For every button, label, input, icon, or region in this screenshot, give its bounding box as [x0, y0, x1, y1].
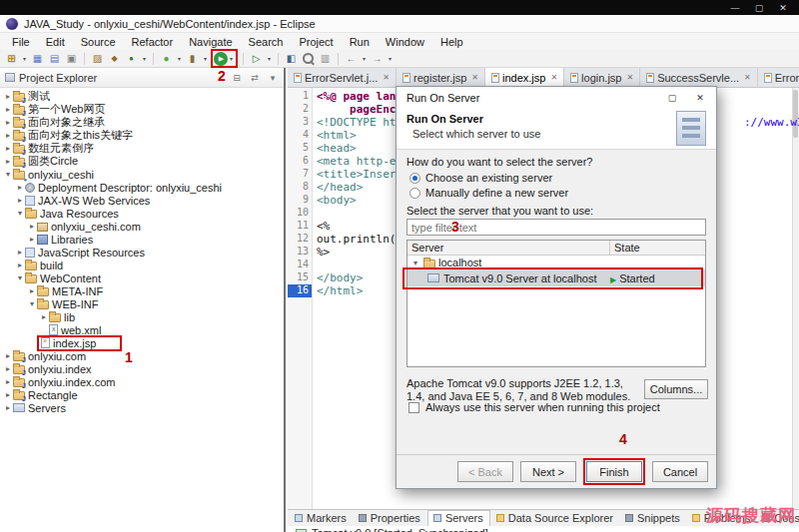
- menu-file[interactable]: File: [4, 35, 38, 49]
- expand-arrow-icon[interactable]: [3, 105, 13, 114]
- close-tab-icon[interactable]: [550, 73, 557, 82]
- new-wizard-icon[interactable]: [4, 51, 19, 66]
- external-tools-icon[interactable]: [249, 51, 264, 66]
- tree-item-onlyxiu-index-com[interactable]: onlyxiu.index.com: [0, 375, 284, 388]
- tab-register-jsp[interactable]: register.jsp: [397, 68, 485, 87]
- radio-unselected-icon[interactable]: [409, 188, 420, 199]
- expand-arrow-icon[interactable]: [39, 312, 49, 321]
- search-icon[interactable]: [301, 51, 316, 66]
- columns-button[interactable]: Columns...: [644, 379, 708, 399]
- external-tools-dropdown-icon[interactable]: [266, 51, 273, 66]
- expand-arrow-icon[interactable]: [27, 222, 37, 231]
- menu-help[interactable]: Help: [432, 35, 471, 49]
- tab-login-jsp[interactable]: login.jsp: [564, 68, 640, 87]
- tab-servers[interactable]: Servers: [427, 510, 490, 526]
- minimize-icon[interactable]: [725, 1, 745, 14]
- close-tab-icon[interactable]: [744, 73, 751, 82]
- back-history-icon[interactable]: [344, 51, 359, 66]
- scrollbar-thumb[interactable]: [793, 90, 798, 138]
- tree-item-lib[interactable]: lib: [0, 310, 284, 323]
- tab-markers[interactable]: Markers: [290, 511, 353, 526]
- tree-item-jaxws[interactable]: JAX-WS Web Services: [0, 194, 284, 207]
- new-class-dropdown-icon[interactable]: [141, 51, 148, 66]
- expand-arrow-icon[interactable]: [3, 144, 13, 153]
- server-row-tomcat[interactable]: Tomcat v9.0 Server at localhost Started: [407, 269, 705, 286]
- maximize-icon[interactable]: [749, 1, 769, 14]
- menu-project[interactable]: Project: [291, 35, 341, 49]
- tree-item-rectangle[interactable]: Rectangle: [0, 388, 284, 401]
- tab-successservlet[interactable]: SuccessServle...: [640, 68, 758, 87]
- tab-snippets[interactable]: Snippets: [620, 511, 686, 526]
- expand-arrow-icon[interactable]: [27, 286, 37, 295]
- collapse-arrow-icon[interactable]: [3, 170, 13, 179]
- expand-arrow-icon[interactable]: [3, 351, 13, 360]
- expand-arrow-icon[interactable]: [15, 183, 25, 192]
- tree-item-package[interactable]: onlyxiu_ceshi.com: [0, 220, 284, 233]
- collapse-arrow-icon[interactable]: [15, 209, 25, 218]
- tree-item-circle[interactable]: 圆类Circle: [0, 155, 284, 168]
- cancel-button[interactable]: Cancel: [652, 461, 708, 482]
- close-tab-icon[interactable]: [626, 73, 633, 82]
- coverage-dropdown-icon[interactable]: [202, 51, 209, 66]
- radio-selected-icon[interactable]: [409, 173, 420, 184]
- expand-arrow-icon[interactable]: [3, 390, 13, 399]
- tree-item-java-resources[interactable]: Java Resources: [0, 207, 284, 220]
- dialog-maximize-icon[interactable]: [666, 93, 678, 103]
- tree-item-onlyxiu-ceshi[interactable]: onlyxiu_ceshi: [0, 168, 284, 181]
- expand-arrow-icon[interactable]: [15, 196, 25, 205]
- new-dropdown-icon[interactable]: [21, 51, 28, 66]
- menu-source[interactable]: Source: [73, 35, 124, 49]
- debug-icon[interactable]: [159, 51, 174, 66]
- radio-choose-existing-server[interactable]: Choose an existing server: [409, 172, 552, 184]
- collapse-all-icon[interactable]: [231, 73, 243, 83]
- mark-occurrences-icon[interactable]: [318, 51, 333, 66]
- save-icon[interactable]: [30, 51, 45, 66]
- expand-arrow-icon[interactable]: [3, 118, 13, 127]
- new-package-icon[interactable]: [107, 51, 122, 66]
- forward-history-dropdown-icon[interactable]: [387, 51, 394, 66]
- coverage-icon[interactable]: [185, 51, 200, 66]
- checkbox-icon[interactable]: [408, 402, 419, 413]
- dialog-title-bar[interactable]: Run On Server: [397, 87, 716, 109]
- expand-arrow-icon[interactable]: [27, 235, 37, 244]
- tab-data-source-explorer[interactable]: Data Source Explorer: [491, 511, 619, 526]
- always-use-server-checkbox[interactable]: Always use this server when running this…: [408, 401, 660, 413]
- menu-navigate[interactable]: Navigate: [181, 35, 240, 49]
- tree-item-web-inf[interactable]: WEB-INF: [0, 297, 284, 310]
- tree-item-build[interactable]: build: [0, 259, 284, 271]
- tab-properties[interactable]: Properties: [354, 511, 426, 526]
- java-ee-icon[interactable]: [284, 51, 299, 66]
- expand-arrow-icon[interactable]: [3, 157, 13, 166]
- forward-history-icon[interactable]: [370, 51, 385, 66]
- tree-item-servers[interactable]: Servers: [0, 401, 284, 414]
- link-with-editor-icon[interactable]: [249, 73, 261, 83]
- tab-index-jsp[interactable]: index.jsp: [485, 68, 564, 87]
- menu-search[interactable]: Search: [241, 35, 292, 49]
- tree-item-libraries[interactable]: Libraries: [0, 233, 284, 246]
- menu-refactor[interactable]: Refactor: [124, 35, 182, 49]
- server-group-localhost[interactable]: localhost: [407, 256, 705, 269]
- run-dropdown-icon[interactable]: [228, 51, 235, 66]
- menu-run[interactable]: Run: [342, 35, 378, 49]
- tree-item-js-resources[interactable]: JavaScript Resources: [0, 246, 284, 259]
- column-server[interactable]: Server: [407, 241, 610, 255]
- expand-arrow-icon[interactable]: [3, 92, 13, 101]
- tree-item-meta-inf[interactable]: META-INF: [0, 284, 284, 297]
- menu-edit[interactable]: Edit: [38, 35, 73, 49]
- close-tab-icon[interactable]: [471, 73, 478, 82]
- view-menu-icon[interactable]: [267, 73, 279, 83]
- expand-arrow-icon[interactable]: [3, 364, 13, 373]
- expand-arrow-icon[interactable]: [15, 248, 25, 257]
- collapse-arrow-icon[interactable]: [27, 299, 37, 308]
- tree-item-onlyxiu-index[interactable]: onlyxiu.index: [0, 362, 284, 375]
- finish-button[interactable]: Finish: [586, 461, 642, 482]
- tree-item-webcontent[interactable]: WebContent: [0, 271, 284, 284]
- back-history-dropdown-icon[interactable]: [361, 51, 368, 66]
- tab-errorservlet-2[interactable]: ErrorServlet.j...: [758, 68, 799, 87]
- menu-window[interactable]: Window: [378, 35, 432, 49]
- next-button[interactable]: Next >: [520, 461, 576, 482]
- tree-item-deployment-descriptor[interactable]: Deployment Descriptor: onlyxiu_ceshi: [0, 181, 284, 194]
- print-icon[interactable]: [64, 51, 79, 66]
- save-all-icon[interactable]: [47, 51, 62, 66]
- tab-errorservlet-1[interactable]: ErrorServlet.j...: [288, 68, 397, 87]
